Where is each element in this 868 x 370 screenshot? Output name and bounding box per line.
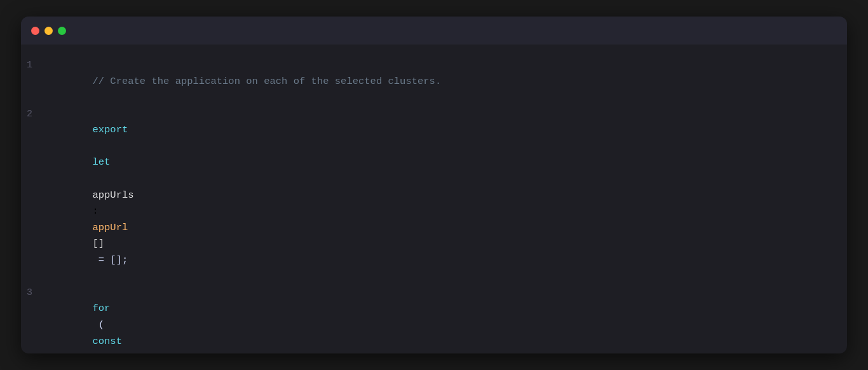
- code-token: appUrl: [92, 222, 128, 233]
- code-token: const: [92, 336, 122, 347]
- code-token: let: [92, 156, 110, 168]
- line-number: 3: [21, 285, 45, 301]
- code-token: [92, 140, 98, 152]
- code-token: // Create the application on each of the…: [92, 76, 441, 87]
- line-number: 1: [21, 58, 45, 74]
- line-number: 2: [21, 107, 45, 123]
- code-token: export: [92, 124, 128, 135]
- titlebar: [21, 17, 847, 45]
- code-token: [92, 173, 98, 184]
- code-token: []: [92, 238, 104, 249]
- close-button[interactable]: [31, 27, 39, 35]
- minimize-button[interactable]: [44, 27, 53, 35]
- code-token: = [];: [92, 254, 128, 266]
- code-line: 1 // Create the application on each of t…: [21, 57, 847, 106]
- code-window: 1 // Create the application on each of t…: [21, 17, 847, 353]
- code-editor: 1 // Create the application on each of t…: [21, 45, 847, 353]
- code-line: 2 export let appUrls : appUrl [] = [];: [21, 106, 847, 285]
- code-token: [92, 352, 98, 353]
- code-token: appUrls: [92, 189, 133, 201]
- code-line: 3 for ( const cluster of clusters ) {: [21, 285, 847, 353]
- code-token: for: [92, 303, 110, 314]
- code-token: (: [92, 319, 104, 331]
- code-token: :: [92, 205, 104, 217]
- maximize-button[interactable]: [58, 27, 66, 35]
